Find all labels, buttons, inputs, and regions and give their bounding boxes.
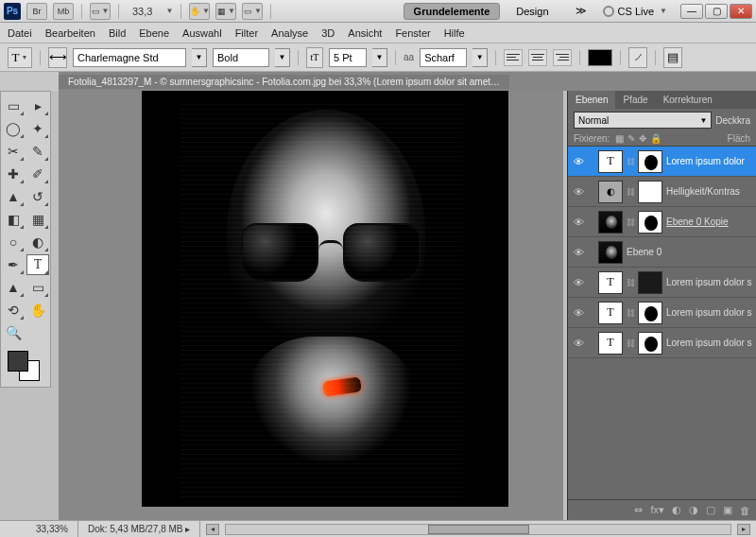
tool-preset-icon[interactable]: T▼ xyxy=(8,47,32,68)
layer-row[interactable]: 👁T⛓Lorem ipsum dolor s xyxy=(568,268,756,298)
menu-hilfe[interactable]: Hilfe xyxy=(444,27,465,39)
scroll-thumb[interactable] xyxy=(428,525,529,534)
gradient-tool[interactable]: ▦ xyxy=(26,209,49,230)
antialias-dropdown[interactable]: ▼ xyxy=(472,48,488,67)
bridge-button[interactable]: Br xyxy=(26,3,47,20)
lock-pixels-icon[interactable]: ✎ xyxy=(627,133,635,144)
visibility-icon[interactable]: 👁 xyxy=(572,277,585,288)
workspace-design[interactable]: Design xyxy=(506,3,558,20)
menu-filter[interactable]: Filter xyxy=(235,27,258,39)
font-weight-dropdown[interactable]: ▼ xyxy=(275,48,290,67)
layer-mask-icon[interactable]: ◐ xyxy=(672,504,681,516)
lock-transparency-icon[interactable]: ▦ xyxy=(615,133,624,144)
marquee-tool[interactable]: ▸ xyxy=(26,95,49,116)
healing-tool[interactable]: ✚ xyxy=(2,164,25,184)
screen-mode-button[interactable]: ▭▼ xyxy=(90,3,111,20)
align-left-button[interactable] xyxy=(504,49,523,66)
canvas-area[interactable] xyxy=(59,91,563,520)
horizontal-scrollbar[interactable]: ◂ ▸ xyxy=(200,524,756,535)
scroll-left-button[interactable]: ◂ xyxy=(206,524,219,535)
layer-row[interactable]: 👁T⛓Lorem ipsum dolor xyxy=(568,147,756,177)
menu-ansicht[interactable]: Ansicht xyxy=(348,27,382,39)
scroll-right-button[interactable]: ▸ xyxy=(737,524,750,535)
visibility-icon[interactable]: 👁 xyxy=(572,338,585,349)
layer-mask-thumbnail[interactable] xyxy=(638,271,662,294)
close-button[interactable]: ✕ xyxy=(730,4,752,19)
maximize-button[interactable]: ▢ xyxy=(705,4,728,19)
type-tool[interactable]: T xyxy=(26,254,49,275)
document-tab[interactable]: Fotolia_4813297_M - © sumnersgraphicsinc… xyxy=(59,75,509,89)
tab-ebenen[interactable]: Ebenen xyxy=(568,91,615,109)
visibility-icon[interactable]: 👁 xyxy=(572,186,585,198)
font-family-dropdown[interactable]: ▼ xyxy=(192,48,207,67)
layer-thumbnail[interactable] xyxy=(598,241,623,264)
menu-analyse[interactable]: Analyse xyxy=(271,27,308,39)
layer-row[interactable]: 👁T⛓Lorem ipsum dolor s xyxy=(568,328,756,358)
hand-tool-button[interactable]: ✋▼ xyxy=(189,3,210,20)
lock-position-icon[interactable]: ✥ xyxy=(639,133,646,144)
eraser-tool[interactable]: ◧ xyxy=(2,209,25,230)
lasso-tool[interactable]: ◯ xyxy=(2,118,25,139)
align-center-button[interactable] xyxy=(528,49,547,66)
link-icon[interactable]: ⛓ xyxy=(627,187,634,197)
brush-tool[interactable]: ✐ xyxy=(26,164,49,184)
workspace-grundelemente[interactable]: Grundelemente xyxy=(404,3,501,20)
menu-auswahl[interactable]: Auswahl xyxy=(182,27,222,39)
stamp-tool[interactable]: ▲ xyxy=(2,186,25,207)
menu-3d[interactable]: 3D xyxy=(321,27,335,39)
link-icon[interactable]: ⛓ xyxy=(627,308,634,318)
dodge-tool[interactable]: ◐ xyxy=(26,232,49,252)
lock-all-icon[interactable]: 🔒 xyxy=(650,133,662,144)
blend-mode-dropdown[interactable]: Normal▼ xyxy=(574,112,712,129)
arrange-button[interactable]: ▦▼ xyxy=(215,3,236,20)
layer-thumbnail[interactable] xyxy=(598,211,623,234)
status-zoom[interactable]: 33,33% xyxy=(26,521,78,537)
layer-name[interactable]: Helligkeit/Kontras xyxy=(666,186,740,197)
visibility-icon[interactable]: 👁 xyxy=(572,156,585,167)
layer-row[interactable]: 👁⛓Ebene 0 Kopie xyxy=(568,207,756,237)
layer-name[interactable]: Lorem ipsum dolor s xyxy=(666,338,752,348)
visibility-icon[interactable]: 👁 xyxy=(572,247,585,258)
menu-ebene[interactable]: Ebene xyxy=(139,27,169,39)
layer-name[interactable]: Ebene 0 xyxy=(627,247,662,257)
rotate-view-tool[interactable]: ⟲ xyxy=(2,300,25,320)
new-layer-icon[interactable]: ▣ xyxy=(723,504,732,516)
layer-name[interactable]: Lorem ipsum dolor xyxy=(666,156,745,166)
link-icon[interactable]: ⛓ xyxy=(627,157,634,166)
font-family-field[interactable]: Charlemagne Std xyxy=(73,48,186,67)
zoom-tool[interactable]: 🔍 xyxy=(2,322,25,343)
antialias-field[interactable]: Scharf xyxy=(420,48,467,67)
foreground-color[interactable] xyxy=(8,351,28,372)
text-orientation-button[interactable]: ⟷ xyxy=(48,47,67,68)
menu-bearbeiten[interactable]: Bearbeiten xyxy=(45,27,95,39)
extras-button[interactable]: ▭▼ xyxy=(242,3,263,20)
pen-tool[interactable]: ✒ xyxy=(2,254,25,275)
foreground-background-color[interactable] xyxy=(2,349,49,383)
layer-row[interactable]: 👁T⛓Lorem ipsum dolor s xyxy=(568,298,756,328)
delete-layer-icon[interactable]: 🗑 xyxy=(740,505,750,516)
menu-datei[interactable]: Datei xyxy=(8,27,32,39)
link-icon[interactable]: ⛓ xyxy=(627,217,634,227)
layer-row[interactable]: 👁Ebene 0 xyxy=(568,237,756,268)
minibridge-button[interactable]: Mb xyxy=(53,3,74,20)
font-size-dropdown[interactable]: ▼ xyxy=(372,48,387,67)
tab-korrekturen[interactable]: Korrekturen xyxy=(656,91,720,109)
layer-mask-thumbnail[interactable] xyxy=(638,211,662,234)
layer-thumbnail[interactable]: T xyxy=(598,150,623,173)
shape-tool[interactable]: ▭ xyxy=(26,277,49,298)
move-tool[interactable]: ▭ xyxy=(2,95,25,116)
layer-mask-thumbnail[interactable] xyxy=(638,181,662,203)
zoom-display[interactable]: 33,3 xyxy=(127,6,158,17)
layer-row[interactable]: 👁◐⛓Helligkeit/Kontras xyxy=(568,177,756,207)
layer-mask-thumbnail[interactable] xyxy=(638,150,662,173)
font-size-field[interactable]: 5 Pt xyxy=(329,48,367,67)
tab-pfade[interactable]: Pfade xyxy=(615,91,655,109)
toolbox-extra[interactable] xyxy=(26,322,49,343)
layer-thumbnail[interactable]: ◐ xyxy=(598,181,623,203)
link-icon[interactable]: ⛓ xyxy=(627,338,634,348)
layer-name[interactable]: Lorem ipsum dolor s xyxy=(666,277,752,287)
status-doc-info[interactable]: Dok: 5,43 MB/27,8 MB ▸ xyxy=(78,521,200,537)
hand-tool[interactable]: ✋ xyxy=(26,300,49,320)
group-icon[interactable]: ▢ xyxy=(706,504,715,516)
menu-fenster[interactable]: Fenster xyxy=(395,27,430,39)
